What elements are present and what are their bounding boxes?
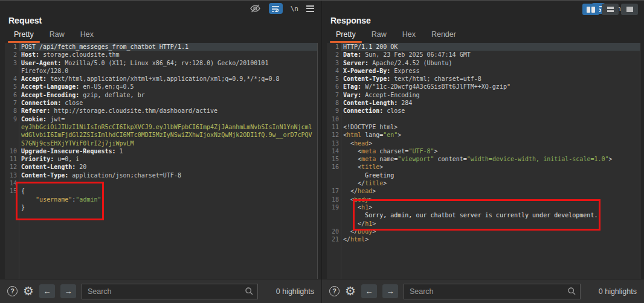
line-number: 21	[327, 235, 341, 243]
code-line: 7Vary: Accept-Encoding	[327, 91, 640, 99]
line-number	[5, 203, 19, 211]
request-panel: Request PrettyRawHex	[0, 1, 322, 303]
request-editor[interactable]: 1POST /api/fetch_messeges_from_chatbot H…	[5, 43, 318, 279]
line-number: 19	[327, 203, 341, 211]
help-icon[interactable]: ?	[7, 286, 18, 296]
layout-columns-button[interactable]	[582, 4, 599, 15]
line-number: 12	[5, 163, 19, 171]
code-line: "username":"admin"	[5, 196, 317, 203]
code-line: 5Accept-Language: en-US,en;q=0.5	[5, 83, 317, 91]
line-number: 11	[5, 155, 19, 163]
code-line: eyJhbGciOiJIUzI1NiIsInR5cCI6IkpXVCJ9.eyJ…	[5, 123, 317, 131]
line-number	[5, 139, 19, 147]
response-search-bar: ? ⚙ ← → 0 highlights	[322, 279, 644, 303]
line-number: 8	[5, 107, 19, 115]
layout-stacked-button[interactable]	[602, 4, 619, 15]
gear-icon[interactable]: ⚙	[23, 285, 34, 297]
code-line: 3Server: Apache/2.4.52 (Ubuntu)	[327, 59, 640, 67]
prev-match-button[interactable]: ←	[39, 284, 55, 298]
tab-raw[interactable]: Raw	[364, 27, 394, 43]
gear-icon[interactable]: ⚙	[345, 285, 356, 297]
stacked-rows-icon	[607, 7, 614, 12]
columns-icon	[587, 7, 590, 13]
code-line: 6Accept-Encoding: gzip, deflate, br	[5, 91, 317, 99]
line-number	[5, 123, 19, 131]
help-icon[interactable]: ?	[329, 286, 340, 296]
code-line: 13Content-Type: application/json;charset…	[5, 171, 317, 179]
code-line: 14 <meta charset="UTF-8">	[327, 147, 640, 155]
search-input[interactable]	[404, 284, 581, 299]
code-line: 9Cookie: jwt=	[5, 115, 317, 123]
line-number: 7	[327, 91, 341, 99]
highlights-count: 0 highlights	[586, 287, 637, 296]
editor-menu-icon[interactable]	[306, 5, 314, 12]
tab-pretty[interactable]: Pretty	[6, 27, 42, 43]
next-match-button[interactable]: →	[382, 284, 398, 298]
search-input[interactable]	[82, 284, 258, 299]
line-number	[5, 196, 19, 203]
code-line: </title>	[327, 179, 640, 187]
request-tabs: PrettyRawHex	[0, 27, 321, 43]
line-number: 16	[327, 163, 341, 171]
line-number: 6	[327, 83, 341, 91]
response-tabs: PrettyRawHexRender	[322, 27, 644, 43]
single-view-icon	[626, 7, 633, 12]
tab-hex[interactable]: Hex	[394, 27, 423, 43]
code-line: Sorry, admin, our chatbot server is curr…	[327, 211, 640, 219]
eye-off-icon[interactable]	[250, 4, 261, 13]
code-line: 21</html>	[327, 235, 640, 243]
code-line: 9Connection: close	[327, 107, 640, 115]
code-line: 14	[5, 179, 317, 187]
line-number	[327, 179, 341, 187]
tab-render[interactable]: Render	[423, 27, 464, 43]
next-match-button[interactable]: →	[60, 284, 76, 298]
code-line: 10Upgrade-Insecure-Requests: 1	[5, 147, 317, 155]
code-line: 4Accept: text/html,application/xhtml+xml…	[5, 75, 317, 83]
line-number: 15	[327, 155, 341, 163]
http-message-viewer-window: Request PrettyRawHex	[0, 0, 644, 303]
line-number: 5	[5, 83, 19, 91]
layout-single-button[interactable]	[621, 4, 638, 15]
code-line: 8Referer: http://storage.cloudsite.thm/d…	[5, 107, 317, 115]
code-line: S7GNj9csEHXjYTViF0lrI2j7jiWpvLM	[5, 139, 317, 147]
line-number	[327, 171, 341, 179]
line-number: 18	[327, 196, 341, 203]
line-number: 8	[327, 99, 341, 107]
code-line: 13 <head>	[327, 139, 640, 147]
code-line: 18 <body>	[327, 196, 640, 203]
line-number: 10	[327, 115, 341, 123]
code-line: Firefox/128.0	[5, 67, 317, 75]
code-line: 1POST /api/fetch_messeges_from_chatbot H…	[5, 43, 317, 51]
code-line: 7Connection: close	[5, 99, 317, 107]
show-newlines-toggle[interactable]: \n	[291, 5, 298, 13]
line-number	[327, 211, 341, 219]
code-line: 20 </body>	[327, 228, 640, 235]
response-editor[interactable]: 1HTTP/1.1 200 OK2Date: Sun, 23 Feb 2025 …	[327, 43, 640, 279]
line-number	[5, 67, 19, 75]
soft-wrap-toggle[interactable]	[269, 3, 283, 14]
tab-hex[interactable]: Hex	[72, 27, 101, 43]
search-field-wrap	[82, 284, 258, 299]
line-number: 20	[327, 228, 341, 235]
code-line: wdGlvbiI6ImFjdGl2ZSIsImlhdCI6MTc0MDI5MzI…	[5, 131, 317, 139]
tab-pretty[interactable]: Pretty	[328, 27, 364, 43]
tab-raw[interactable]: Raw	[42, 27, 72, 43]
code-line: 16 <title>	[327, 163, 640, 171]
code-line: 2Host: storage.cloudsite.thm	[5, 51, 317, 59]
code-line: Greeting	[327, 171, 640, 179]
search-field-wrap	[404, 284, 581, 299]
code-line: 17 </head>	[327, 187, 640, 195]
line-number: 12	[327, 131, 341, 139]
line-number: 4	[327, 67, 341, 75]
line-number: 2	[327, 51, 341, 59]
code-line: 11<!DOCTYPE html>	[327, 123, 640, 131]
code-line: 12Content-Length: 20	[5, 163, 317, 171]
code-line: 10	[327, 115, 640, 123]
code-line: 4X-Powered-By: Express	[327, 67, 640, 75]
code-line: 19 <h1>	[327, 203, 640, 211]
search-icon	[567, 287, 576, 296]
line-number: 11	[327, 123, 341, 131]
line-number: 1	[327, 43, 341, 51]
line-number: 3	[327, 59, 341, 67]
prev-match-button[interactable]: ←	[361, 284, 377, 298]
